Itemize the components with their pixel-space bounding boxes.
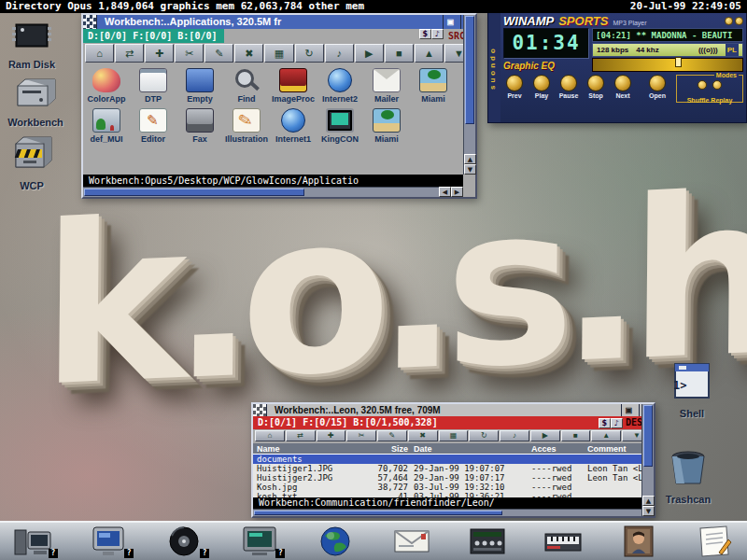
dock-item-mailer[interactable]	[392, 525, 431, 558]
app-icon-def-mui[interactable]: def_MUI	[83, 104, 130, 144]
dock-item-disc-player[interactable]: ?	[164, 525, 204, 558]
dock-item-notepad[interactable]	[695, 525, 734, 558]
dollar-gadget[interactable]: $	[419, 29, 431, 39]
shuffle-toggle[interactable]	[698, 80, 707, 90]
app-icon-colorapp[interactable]: ColorApp	[83, 63, 130, 104]
scroll-up-arrow[interactable]: ▲	[642, 496, 655, 506]
desktop-icon-shell[interactable]: 1> Shell	[660, 360, 724, 419]
toolbar-button-swap-icon[interactable]: ⇄	[286, 430, 316, 441]
toolbar-button-stop-icon[interactable]: ■	[385, 44, 414, 63]
dock-item-portrait[interactable]	[619, 525, 658, 558]
toolbar-button-swap-icon[interactable]: ⇄	[115, 44, 144, 63]
desktop-icon-trashcan[interactable]: Trashcan	[656, 448, 720, 505]
toolbar-button-delete-icon[interactable]: ✖	[234, 44, 263, 63]
app-icon-imageproc[interactable]: ImageProc	[270, 63, 317, 104]
app-icon-internet1[interactable]: Internet1	[270, 104, 317, 144]
dollar-gadget[interactable]: $	[599, 418, 611, 428]
scroll-down-arrow[interactable]: ▼	[464, 164, 476, 175]
pause-button[interactable]: Pause	[557, 75, 580, 100]
scroll-left-arrow[interactable]: ◀	[439, 187, 451, 197]
toolbar-button-up-icon[interactable]: ▲	[415, 44, 444, 63]
desktop-icon-ram-disk[interactable]: Ram Disk	[0, 19, 63, 70]
scroll-up-arrow[interactable]: ▲	[464, 154, 476, 164]
app-icon-mailer[interactable]: Mailer	[363, 63, 410, 104]
dock-item-web-globe[interactable]	[316, 525, 355, 558]
minimize-icon[interactable]	[725, 17, 733, 25]
desktop-icon-workbench[interactable]: Workbench	[4, 77, 67, 128]
column-header-date[interactable]: Date	[414, 443, 531, 454]
opus1-vertical-scrollbar[interactable]: ▲ ▼	[463, 15, 475, 175]
replay-toggle[interactable]	[712, 80, 722, 90]
app-icon-dtp[interactable]: DTP	[130, 63, 176, 104]
opus2-vertical-scrollbar[interactable]: ▲ ▼	[641, 404, 654, 516]
opus1-horizontal-scrollbar[interactable]: ◀ ▶	[83, 187, 463, 197]
close-gadget[interactable]	[253, 404, 267, 416]
column-header-size[interactable]: Size	[361, 443, 414, 454]
file-row[interactable]: Huistijger1.JPG 70,702 29-Jan-99 19:07:0…	[253, 464, 641, 473]
toolbar-button-up-icon[interactable]: ▲	[591, 430, 621, 441]
app-icon-miami2[interactable]: Miami	[363, 104, 410, 144]
file-row[interactable]: Kosh.jpg 38,727 03-Jul-99 19:32:10 ----r…	[253, 483, 641, 492]
toolbar-button-cut-icon[interactable]: ✂	[346, 430, 376, 441]
dock-item-amiga-monitor[interactable]: ?	[240, 525, 279, 558]
toolbar-button-play-sound-icon[interactable]: ♪	[325, 44, 354, 63]
scrollbar-thumb[interactable]	[84, 189, 304, 196]
file-row-selected[interactable]: documents	[253, 455, 641, 464]
scrollbar-thumb[interactable]	[465, 16, 474, 124]
close-gadget[interactable]	[83, 15, 97, 29]
opus2-horizontal-scrollbar[interactable]	[253, 509, 641, 516]
toolbar-button-home-icon[interactable]: ⌂	[255, 430, 285, 441]
toolbar-button-home-icon[interactable]: ⌂	[85, 44, 114, 63]
note-gadget[interactable]: ♪	[611, 418, 623, 428]
zoom-gadget[interactable]: ▣	[443, 15, 458, 29]
app-icon-kingcon[interactable]: KingCON	[317, 104, 363, 144]
next-button[interactable]: Next	[612, 75, 634, 100]
scrollbar-thumb[interactable]	[254, 511, 502, 515]
open-button[interactable]: Open	[646, 75, 669, 100]
app-icon-editor[interactable]: Editor	[130, 104, 176, 144]
toolbar-button-stop-icon[interactable]: ■	[561, 430, 591, 441]
toolbar-button-grid-icon[interactable]: ▦	[264, 44, 293, 63]
close-icon[interactable]	[735, 17, 743, 25]
toolbar-button-edit-icon[interactable]: ✎	[204, 44, 233, 63]
app-icon-empty[interactable]: Empty	[176, 63, 223, 104]
toolbar-button-add-icon[interactable]: ✚	[145, 44, 174, 63]
stop-button[interactable]: Stop	[585, 75, 607, 100]
app-icon-illustration[interactable]: Illustration	[223, 104, 270, 144]
app-icon-miami[interactable]: Miami	[410, 63, 457, 104]
column-header-name[interactable]: Name	[253, 443, 361, 454]
toolbar-button-grid-icon[interactable]: ▦	[439, 430, 469, 441]
prev-button[interactable]: Prev	[503, 75, 526, 100]
scroll-right-arrow[interactable]: ▶	[451, 187, 463, 197]
toolbar-button-edit-icon[interactable]: ✎	[377, 430, 407, 441]
toolbar-button-play-sound-icon[interactable]: ♪	[500, 430, 529, 441]
file-row[interactable]: Huistijger2.JPG 57,464 29-Jan-99 19:07:1…	[253, 473, 641, 483]
scrollbar-thumb[interactable]	[643, 405, 653, 467]
app-icon-fax[interactable]: Fax	[176, 104, 223, 144]
toolbar-button-run-icon[interactable]: ▶	[355, 44, 384, 63]
winamp-titlebar[interactable]: WINAMP SPORTS MP3 Player	[503, 14, 743, 28]
dock-item-workstation[interactable]: ?	[13, 525, 52, 558]
dock-item-keyboard[interactable]	[543, 525, 583, 558]
app-icon-internet2[interactable]: Internet2	[317, 63, 363, 104]
opus1-titlebar[interactable]: Workbench:..Applications, 320.5M fr ▣ ⬒	[83, 15, 475, 29]
toolbar-button-cut-icon[interactable]: ✂	[175, 44, 204, 63]
toolbar-button-run-icon[interactable]: ▶	[530, 430, 560, 441]
toolbar-button-add-icon[interactable]: ✚	[317, 430, 346, 441]
toolbar-button-delete-icon[interactable]: ✖	[408, 430, 438, 441]
dock-item-audio-rack[interactable]	[468, 525, 507, 558]
note-gadget[interactable]: ♪	[431, 29, 444, 39]
playlist-button[interactable]: PL	[726, 44, 739, 56]
winamp-track-info[interactable]: [04:21] ** MADONNA - BEAUTI	[592, 28, 743, 42]
volume-slider[interactable]	[592, 58, 743, 72]
toolbar-button-refresh-icon[interactable]: ↻	[469, 430, 499, 441]
opus2-titlebar[interactable]: Workbench:..Leon, 320.5M free, 709M ▣ ⬒	[253, 404, 654, 416]
zoom-gadget[interactable]: ▣	[621, 404, 636, 416]
app-icon-find[interactable]: Find	[223, 63, 270, 104]
toolbar-button-refresh-icon[interactable]: ↻	[295, 44, 324, 63]
dock-item-monitor[interactable]: ?	[89, 525, 128, 558]
desktop-icon-wcp[interactable]: WCP	[0, 133, 63, 191]
scroll-down-arrow[interactable]: ▼	[642, 506, 655, 516]
column-header-comment[interactable]: Comment	[587, 443, 641, 454]
play-button[interactable]: Play	[530, 75, 553, 100]
